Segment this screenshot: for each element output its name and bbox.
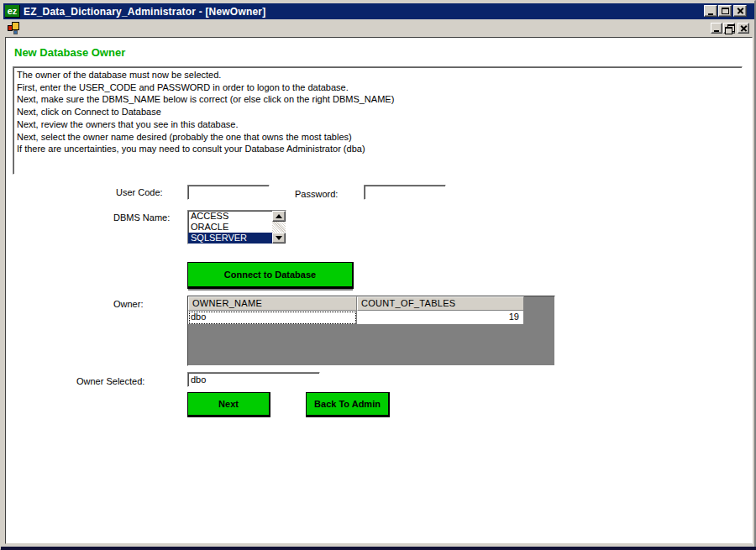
app-icon: ez bbox=[5, 5, 20, 18]
dbms-option-access[interactable]: ACCESS bbox=[188, 211, 272, 222]
count-of-tables-column-header[interactable]: COUNT_OF_TABLES bbox=[357, 296, 524, 311]
dbms-option-oracle[interactable]: ORACLE bbox=[188, 222, 272, 233]
owner-name-column-header[interactable]: OWNER_NAME bbox=[188, 296, 357, 311]
owner-name-cell[interactable]: dbo bbox=[188, 311, 357, 325]
dbms-listbox[interactable]: ACCESSORACLESQLSERVER bbox=[187, 210, 286, 244]
instruction-line: Next, review the owners that you see in … bbox=[17, 118, 738, 131]
mdi-child-form-icon[interactable] bbox=[8, 22, 20, 34]
scroll-up-button[interactable] bbox=[272, 211, 286, 222]
form-icon-yellow-square bbox=[12, 22, 19, 30]
minimize-icon bbox=[708, 13, 713, 15]
owner-selected-input[interactable] bbox=[187, 372, 320, 387]
close-icon bbox=[737, 8, 744, 14]
arrow-up-icon bbox=[276, 214, 282, 218]
next-button[interactable]: Next bbox=[187, 392, 270, 417]
mdi-close-button[interactable] bbox=[738, 23, 749, 34]
instruction-line: Next, click on Connect to Database bbox=[17, 106, 738, 118]
password-input[interactable] bbox=[364, 185, 446, 200]
minimize-button[interactable] bbox=[704, 5, 717, 17]
mdi-minimize-button[interactable] bbox=[711, 23, 722, 34]
owner-grid-row[interactable]: dbo19 bbox=[188, 311, 554, 325]
owner-grid-body: dbo19 bbox=[188, 311, 554, 325]
mdi-close-icon bbox=[740, 25, 748, 32]
owner-grid-header: OWNER_NAME COUNT_OF_TABLES bbox=[188, 296, 554, 311]
dbms-list: ACCESSORACLESQLSERVER bbox=[188, 211, 272, 244]
owner-selected-label: Owner Selected: bbox=[76, 376, 144, 386]
app-window: ez EZ_Data_Dictionary_Administrator - [N… bbox=[0, 0, 756, 550]
dbms-name-label: DBMS Name: bbox=[113, 212, 170, 223]
menu-bar bbox=[3, 19, 754, 37]
mdi-minimize-icon bbox=[714, 30, 719, 32]
instruction-line: Next, make sure the DBMS_NAME below is c… bbox=[17, 93, 738, 106]
form-icon-blue-square bbox=[13, 30, 18, 34]
dbms-scrollbar[interactable] bbox=[272, 211, 286, 244]
maximize-icon bbox=[722, 8, 729, 14]
user-code-label: User Code: bbox=[116, 187, 163, 197]
instruction-line: If there are uncertainties, you may need… bbox=[17, 143, 738, 155]
instruction-line: The owner of the database must now be se… bbox=[17, 69, 738, 81]
user-code-input[interactable] bbox=[187, 185, 270, 200]
maximize-button[interactable] bbox=[718, 5, 732, 17]
owner-label: Owner: bbox=[113, 299, 143, 309]
page-title: New Database Owner bbox=[14, 46, 125, 59]
mdi-restore-icon bbox=[725, 24, 733, 32]
bottom-edge-strip bbox=[1, 547, 756, 550]
instructions-box: The owner of the database must now be se… bbox=[13, 66, 743, 175]
mdi-restore-button[interactable] bbox=[723, 23, 735, 34]
close-button[interactable] bbox=[733, 5, 747, 17]
instruction-line: Next, select the owner name desired (pro… bbox=[17, 131, 738, 144]
scroll-down-button[interactable] bbox=[272, 233, 286, 244]
dbms-option-sqlserver[interactable]: SQLSERVER bbox=[188, 233, 272, 244]
arrow-down-icon bbox=[276, 236, 282, 240]
owner-grid[interactable]: OWNER_NAME COUNT_OF_TABLES dbo19 bbox=[187, 296, 555, 366]
instruction-line: First, enter the USER_CODE and PASSWORD … bbox=[17, 81, 738, 94]
back-to-admin-button[interactable]: Back To Admin bbox=[306, 392, 390, 417]
count-of-tables-cell[interactable]: 19 bbox=[357, 311, 524, 325]
connect-to-database-button[interactable]: Connect to Database bbox=[187, 262, 354, 289]
title-bar: ez EZ_Data_Dictionary_Administrator - [N… bbox=[3, 3, 754, 19]
window-title: EZ_Data_Dictionary_Administrator - [NewO… bbox=[24, 6, 265, 18]
password-label: Password: bbox=[295, 189, 338, 199]
instructions-text: The owner of the database must now be se… bbox=[17, 69, 738, 155]
